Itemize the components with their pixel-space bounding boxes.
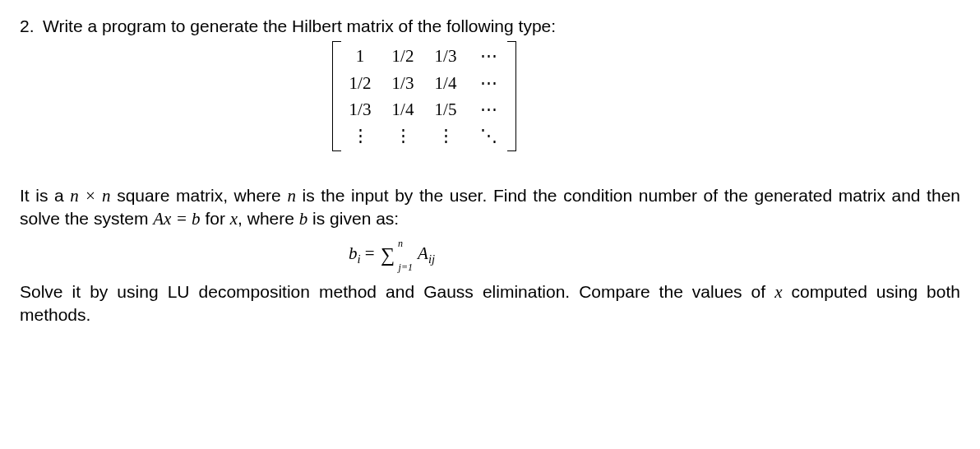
math-n: n — [287, 186, 296, 206]
matrix-left-bracket — [332, 41, 341, 150]
math-b: b — [299, 209, 308, 229]
sigma: ∑ — [381, 244, 395, 266]
text: for — [201, 209, 230, 228]
matrix-cell: 1/4 — [389, 98, 417, 121]
sum-symbol: ∑nj=1 — [381, 242, 395, 268]
matrix-cell: ⋯ — [474, 44, 502, 67]
matrix-cell: ⋱ — [474, 124, 502, 147]
question-prompt: Write a program to generate the Hilbert … — [43, 15, 556, 38]
matrix-cell: 1/2 — [389, 44, 417, 67]
sum-upper: n — [398, 237, 403, 250]
matrix-cell: 1/3 — [389, 72, 417, 95]
formula-ij: ij — [428, 253, 435, 266]
matrix-cell: ⋮ — [389, 124, 417, 147]
matrix-cell: 1/3 — [346, 98, 374, 121]
matrix-cell: ⋮ — [432, 124, 460, 147]
matrix-cell: 1/3 — [432, 44, 460, 67]
matrix-right-bracket — [507, 41, 516, 150]
formula-bi: bi = ∑nj=1Aij — [349, 242, 960, 268]
formula-eq: = — [361, 243, 379, 263]
text: It is a — [20, 186, 70, 205]
math-axb: Ax = b — [153, 209, 200, 229]
matrix-cell: ⋯ — [474, 98, 502, 121]
matrix-cell: 1/2 — [346, 72, 374, 95]
matrix-cell: 1/5 — [432, 98, 460, 121]
hilbert-matrix: 1 1/2 1/3 ⋯ 1/2 1/3 1/4 ⋯ 1/3 1/4 1/5 ⋯ … — [332, 41, 960, 150]
matrix-cell: ⋮ — [346, 124, 374, 147]
matrix-cell: ⋯ — [474, 72, 502, 95]
text: , where — [238, 209, 299, 228]
formula-b: b — [349, 243, 358, 263]
text: square matrix, where — [111, 186, 288, 205]
math-x: x — [774, 282, 782, 302]
formula-A: A — [418, 243, 428, 263]
question-line: 2. Write a program to generate the Hilbe… — [20, 15, 960, 38]
paragraph-1: It is a n × n square matrix, where n is … — [20, 184, 960, 231]
matrix-cell: 1 — [346, 44, 374, 67]
text: Solve it by using LU decomposition metho… — [20, 282, 774, 301]
paragraph-2: Solve it by using LU decomposition metho… — [20, 280, 960, 327]
math-x: x — [230, 209, 238, 229]
text: is given as: — [307, 209, 399, 228]
matrix-grid: 1 1/2 1/3 ⋯ 1/2 1/3 1/4 ⋯ 1/3 1/4 1/5 ⋯ … — [343, 41, 506, 150]
math-nxn: n × n — [70, 186, 110, 206]
sum-lower: j=1 — [399, 261, 413, 274]
question-number: 2. — [20, 15, 43, 38]
matrix-cell: 1/4 — [432, 72, 460, 95]
